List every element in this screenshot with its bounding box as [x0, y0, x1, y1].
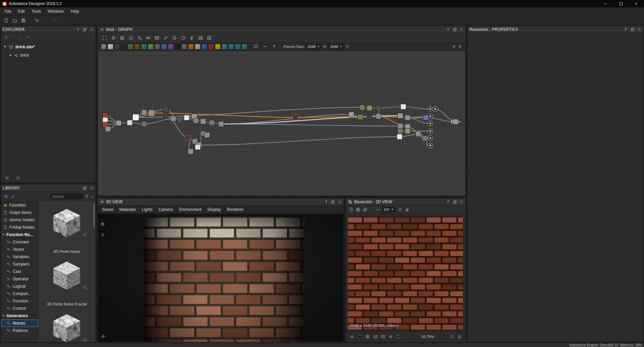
chevron-right-icon[interactable]	[10, 54, 11, 57]
thumbnails-icon[interactable]	[197, 34, 204, 42]
expand-toolbar-icon[interactable]: »	[91, 194, 93, 198]
graph-node[interactable]	[163, 113, 169, 118]
zoom-level[interactable]: 16.75%	[421, 335, 434, 339]
3d-menu-materials[interactable]: Materials	[116, 206, 139, 213]
histogram-icon[interactable]	[404, 207, 409, 212]
frame-all-icon[interactable]	[205, 34, 213, 42]
grid-toggle-icon[interactable]	[365, 334, 370, 339]
3d-menu-scene[interactable]: Scene	[99, 206, 116, 213]
graph-node-type-icon[interactable]	[101, 44, 107, 50]
pin-icon[interactable]	[445, 199, 450, 204]
3d-menu-camera[interactable]: Camera	[156, 206, 176, 213]
save-button[interactable]	[19, 16, 28, 24]
lock-icon[interactable]	[457, 334, 462, 339]
export-icon[interactable]	[10, 35, 15, 40]
menu-file[interactable]: File	[1, 8, 14, 15]
graph-node[interactable]	[195, 144, 200, 150]
tiling-icon[interactable]	[375, 207, 380, 212]
graph-canvas[interactable]	[98, 51, 465, 195]
library-scrollbar[interactable]	[93, 203, 95, 227]
chevron-down-icon[interactable]	[32, 35, 37, 40]
3d-menu-environment[interactable]: Environment	[176, 206, 204, 213]
list-view-icon[interactable]	[4, 175, 9, 180]
graph-node[interactable]	[376, 105, 381, 111]
graph-node-type-icon[interactable]	[175, 44, 180, 50]
link-views-icon[interactable]	[144, 34, 152, 42]
float-window-icon[interactable]	[630, 27, 635, 32]
graph-node-type-icon[interactable]	[128, 44, 133, 50]
float-window-icon[interactable]	[330, 199, 335, 204]
library-item-logical[interactable]: Logical	[1, 283, 38, 290]
graph-node[interactable]	[360, 105, 365, 110]
close-icon[interactable]	[459, 199, 464, 204]
library-thumbnail[interactable]	[38, 311, 95, 342]
graph-node-type-icon[interactable]	[141, 44, 147, 50]
graph-options-icon[interactable]	[451, 44, 456, 49]
graph-node[interactable]	[193, 118, 199, 123]
parent-height-dropdown[interactable]: 2048	[328, 44, 344, 50]
graph-node[interactable]	[293, 115, 298, 120]
link-size-icon[interactable]	[322, 44, 327, 49]
library-item-variables[interactable]: Variables	[1, 253, 38, 261]
search-input[interactable]	[51, 193, 83, 199]
library-item-vector[interactable]: Vector	[1, 246, 38, 253]
fit-view-icon[interactable]	[101, 34, 108, 42]
3d-menu-lights[interactable]: Lights	[139, 206, 156, 213]
uv-dropdown[interactable]: UV	[382, 207, 395, 213]
chevron-down-icon[interactable]	[4, 46, 6, 48]
graph-node[interactable]	[397, 123, 403, 129]
grid-snap-icon[interactable]	[153, 34, 161, 42]
comment-icon[interactable]	[162, 34, 169, 42]
library-item-constant[interactable]: Constant	[1, 238, 38, 246]
parent-width-dropdown[interactable]: 2048	[306, 44, 321, 50]
graph-node[interactable]	[397, 113, 403, 118]
channels-icon[interactable]	[350, 334, 355, 339]
library-item-function-no[interactable]: Function No...	[1, 231, 38, 238]
graph-node-type-icon[interactable]	[155, 44, 160, 50]
graph-node-type-icon[interactable]	[222, 44, 227, 50]
3d-menu-renderer[interactable]: Renderer	[224, 206, 247, 213]
view-mode-icon[interactable]	[3, 194, 8, 199]
library-item-function[interactable]: Function	[1, 297, 38, 305]
graph-node-type-icon[interactable]	[161, 44, 167, 50]
graph-node[interactable]	[171, 116, 176, 121]
graph-node[interactable]	[218, 121, 224, 127]
graph-node[interactable]	[127, 120, 132, 125]
menu-tools[interactable]: Tools	[28, 8, 44, 15]
tree-item-package[interactable]: brick.sbs*	[1, 43, 96, 51]
graph-node-type-icon[interactable]	[108, 44, 113, 50]
graph-node-type-icon[interactable]	[202, 44, 207, 50]
graph-settings-icon[interactable]	[457, 44, 462, 49]
pin-icon[interactable]	[623, 27, 628, 32]
tiles-icon[interactable]	[380, 334, 385, 339]
graph-node-type-icon[interactable]	[168, 44, 174, 50]
save-package-icon[interactable]	[3, 35, 8, 40]
graph-node[interactable]	[367, 114, 372, 120]
3d-viewport[interactable]	[98, 214, 343, 342]
pin-node-icon[interactable]	[270, 43, 278, 51]
graph-node-type-icon[interactable]	[114, 44, 120, 50]
undo-button[interactable]	[33, 16, 41, 24]
menu-windows[interactable]: Windows	[44, 8, 67, 15]
maximize-button[interactable]	[613, 0, 629, 7]
pin-icon[interactable]	[445, 27, 450, 32]
info-icon[interactable]	[397, 207, 402, 212]
graph-node[interactable]	[400, 104, 406, 109]
library-item-fxmap-nodes[interactable]: FxMap Nodes	[1, 224, 38, 231]
recompute-icon[interactable]	[179, 34, 187, 42]
copy-image-icon[interactable]	[363, 207, 368, 212]
graph-node-type-icon[interactable]	[121, 44, 127, 50]
3d-menu-display[interactable]: Display	[205, 206, 224, 213]
library-item-operator[interactable]: Operator	[1, 275, 38, 283]
float-window-icon[interactable]	[82, 27, 87, 32]
close-icon[interactable]	[89, 27, 94, 32]
undo-history-dropdown-icon[interactable]	[41, 16, 49, 24]
open-button[interactable]	[11, 16, 19, 24]
graph-node[interactable]	[177, 117, 182, 122]
float-window-icon[interactable]	[82, 185, 87, 190]
library-item-compari[interactable]: Compari...	[1, 290, 38, 297]
library-item-samplers[interactable]: Samplers	[1, 261, 38, 268]
graph-node-type-icon[interactable]	[215, 44, 221, 50]
menu-help[interactable]: Help	[67, 8, 83, 15]
library-item-atomic-nodes[interactable]: Atomic Nodes	[1, 216, 38, 224]
